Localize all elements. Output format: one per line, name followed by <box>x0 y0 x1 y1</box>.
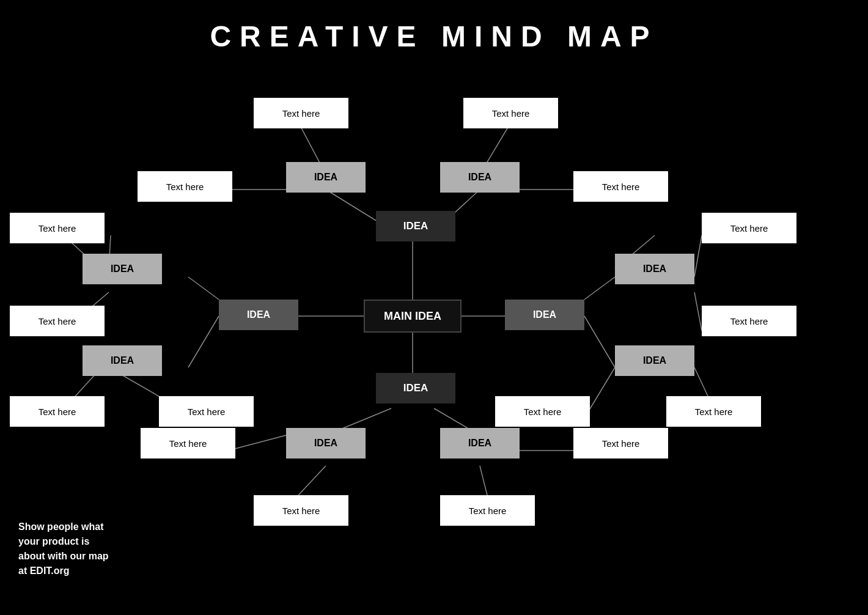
mind-map: CREATIVE MIND MAP <box>0 0 868 615</box>
svg-line-10 <box>188 277 219 300</box>
svg-line-20 <box>694 235 702 277</box>
footer-text: Show people whatyour product isabout wit… <box>18 520 109 578</box>
idea-bottom-node[interactable]: IDEA <box>376 373 455 403</box>
text-rl-top-node[interactable]: Text here <box>702 213 796 243</box>
svg-line-26 <box>228 435 286 451</box>
text-rl-bot-node[interactable]: Text here <box>702 306 796 336</box>
svg-line-11 <box>188 316 219 367</box>
idea-bl-node[interactable]: IDEA <box>286 428 366 458</box>
text-tr-right-node[interactable]: Text here <box>573 171 668 202</box>
text-bot-left-node[interactable]: Text here <box>254 495 348 526</box>
text-lb-left-node[interactable]: Text here <box>10 396 105 427</box>
idea-rl-node[interactable]: IDEA <box>615 254 694 284</box>
svg-line-17 <box>584 277 615 300</box>
idea-tl-node[interactable]: IDEA <box>286 162 366 193</box>
idea-ll-node[interactable]: IDEA <box>83 254 162 284</box>
svg-line-29 <box>480 466 487 495</box>
svg-line-27 <box>298 466 326 495</box>
idea-rb-node[interactable]: IDEA <box>615 345 694 376</box>
text-rb-right-node[interactable]: Text here <box>495 396 590 427</box>
text-top-left-node[interactable]: Text here <box>254 98 348 128</box>
page-title: CREATIVE MIND MAP <box>0 0 868 53</box>
idea-left-node[interactable]: IDEA <box>219 300 298 330</box>
idea-tr-node[interactable]: IDEA <box>440 162 520 193</box>
svg-line-18 <box>584 316 615 367</box>
text-rb-far-node[interactable]: Text here <box>666 396 761 427</box>
text-ll-bot-node[interactable]: Text here <box>10 306 105 336</box>
text-ll-top-node[interactable]: Text here <box>10 213 105 243</box>
idea-lb-node[interactable]: IDEA <box>83 345 162 376</box>
text-bot-right-node[interactable]: Text here <box>440 495 535 526</box>
idea-br-node[interactable]: IDEA <box>440 428 520 458</box>
idea-top-node[interactable]: IDEA <box>376 211 455 241</box>
text-bl-left-node[interactable]: Text here <box>141 428 235 458</box>
text-br-right-node[interactable]: Text here <box>573 428 668 458</box>
main-idea-node[interactable]: MAIN IDEA <box>364 300 462 333</box>
svg-line-22 <box>590 367 615 409</box>
text-tl-left-node[interactable]: Text here <box>138 171 232 202</box>
text-lb-mid-node[interactable]: Text here <box>159 396 254 427</box>
text-top-right-node[interactable]: Text here <box>463 98 558 128</box>
idea-right-node[interactable]: IDEA <box>505 300 584 330</box>
svg-line-21 <box>694 292 702 331</box>
